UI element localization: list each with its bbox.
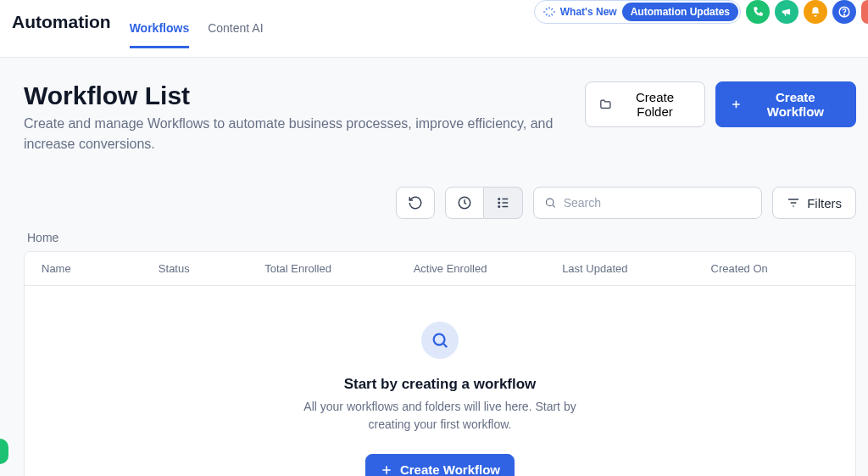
column-total-enrolled: Total Enrolled	[264, 262, 413, 275]
search-empty-icon	[431, 331, 449, 350]
page-description: Create and manage Workflows to automate …	[24, 114, 585, 154]
help-button[interactable]	[832, 0, 856, 24]
create-folder-label: Create Folder	[619, 90, 691, 119]
column-created-on: Created On	[711, 262, 838, 275]
svg-point-6	[547, 199, 554, 205]
table-header: Name Status Total Enrolled Active Enroll…	[25, 252, 855, 286]
empty-create-workflow-button[interactable]: Create Workflow	[365, 454, 515, 476]
filters-label: Filters	[807, 196, 842, 210]
column-active-enrolled: Active Enrolled	[414, 262, 562, 275]
column-name: Name	[42, 262, 159, 275]
empty-cta-label: Create Workflow	[400, 462, 500, 476]
section-title: Automation	[12, 12, 111, 46]
megaphone-icon	[781, 6, 793, 18]
sparkle-icon	[543, 6, 555, 18]
list-view-button[interactable]	[484, 187, 523, 219]
bell-icon	[810, 6, 821, 18]
clock-icon	[457, 195, 472, 210]
empty-state-icon-wrap	[421, 322, 459, 359]
search-icon	[544, 196, 557, 210]
breadcrumb[interactable]: Home	[27, 231, 856, 244]
tab-content-ai[interactable]: Content AI	[208, 9, 263, 48]
svg-point-5	[498, 206, 500, 208]
notifications-button[interactable]	[804, 0, 827, 24]
folder-icon	[599, 98, 612, 111]
create-folder-button[interactable]: Create Folder	[585, 81, 705, 127]
phone-icon	[752, 6, 764, 18]
question-icon	[838, 6, 850, 18]
empty-title: Start by creating a workflow	[42, 376, 838, 393]
svg-point-1	[843, 14, 844, 15]
create-workflow-label: Create Workflow	[749, 90, 842, 119]
phone-button[interactable]	[746, 0, 770, 24]
search-input[interactable]	[564, 196, 751, 210]
page-title: Workflow List	[24, 81, 585, 110]
refresh-icon	[408, 195, 423, 210]
workflow-table: Name Status Total Enrolled Active Enroll…	[24, 251, 856, 476]
whats-new-pill[interactable]: What's New Automation Updates	[534, 0, 741, 24]
create-workflow-button[interactable]: Create Workflow	[715, 81, 856, 127]
avatar[interactable]	[861, 0, 868, 24]
filter-icon	[787, 196, 800, 210]
svg-point-7	[434, 334, 445, 345]
plus-icon	[380, 463, 393, 477]
plus-icon	[730, 98, 743, 111]
list-icon	[496, 195, 511, 210]
view-toggle	[445, 187, 523, 219]
tab-workflows[interactable]: Workflows	[130, 9, 190, 48]
filters-button[interactable]: Filters	[772, 187, 856, 219]
search-input-wrap[interactable]	[533, 187, 762, 219]
refresh-button[interactable]	[396, 187, 435, 219]
recent-view-button[interactable]	[445, 187, 484, 219]
column-status: Status	[159, 262, 264, 275]
column-last-updated: Last Updated	[562, 262, 710, 275]
updates-badge: Automation Updates	[622, 3, 738, 21]
svg-point-4	[498, 202, 500, 204]
whats-new-label: What's New	[560, 6, 617, 18]
empty-description: All your workflows and folders will live…	[287, 398, 593, 434]
svg-point-3	[498, 199, 500, 200]
announce-button[interactable]	[775, 0, 798, 24]
empty-state: Start by creating a workflow All your wo…	[25, 286, 855, 476]
